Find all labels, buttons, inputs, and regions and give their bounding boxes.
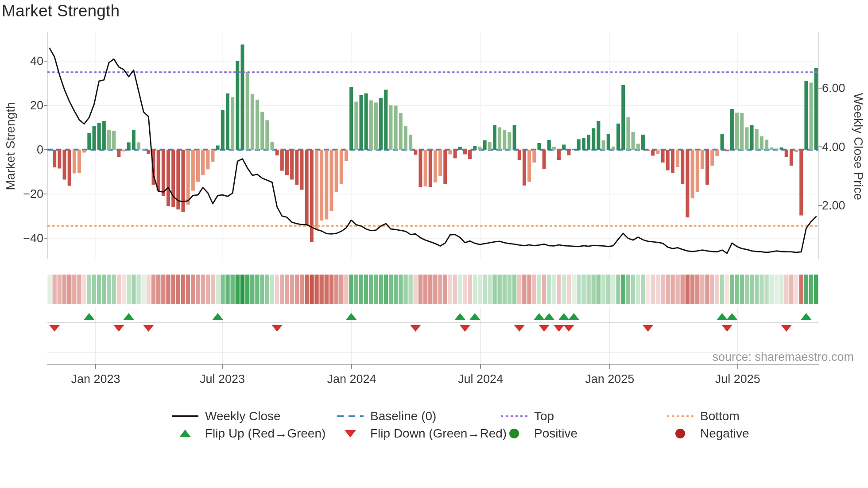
legend-label: Flip Up (Red→Green) — [205, 426, 326, 441]
market-strength-dashboard: Market Strength 40200−20−40 6.004.002.00… — [0, 0, 868, 488]
right-axis-tick-label: 6.00 — [822, 81, 845, 95]
legend-label: Negative — [700, 426, 749, 441]
right-axis-title: Weekly Close Price — [851, 93, 865, 200]
circle-icon — [666, 428, 694, 439]
legend-item-weekly-close: Weekly Close — [171, 408, 281, 424]
triangle-down-icon — [337, 428, 364, 439]
dots-icon — [500, 411, 528, 422]
legend-item-baseline-0: Baseline (0) — [337, 408, 436, 424]
source-credit: source: sharemaestro.com — [712, 350, 854, 364]
legend-label: Top — [534, 409, 554, 423]
triangle-up-icon — [171, 428, 199, 439]
x-axis-tick-label: Jan 2024 — [316, 372, 387, 386]
circle-icon — [500, 428, 528, 439]
x-axis-tick-label: Jan 2025 — [574, 372, 645, 386]
line-icon — [171, 411, 199, 422]
legend-label: Baseline (0) — [370, 409, 436, 423]
right-axis-tick-label: 4.00 — [822, 140, 845, 154]
legend-label: Flip Down (Green→Red) — [370, 426, 507, 441]
x-axis-tick-label: Jan 2023 — [60, 372, 131, 386]
page-title: Market Strength — [2, 2, 120, 20]
dashes-icon — [337, 411, 364, 422]
legend-item-top: Top — [500, 408, 554, 424]
legend-item-positive: Positive — [500, 426, 577, 442]
legend-label: Bottom — [700, 409, 740, 423]
legend-label: Positive — [534, 426, 577, 441]
x-axis-tick-label: Jul 2024 — [445, 372, 516, 386]
legend-item-bottom: Bottom — [666, 408, 740, 424]
legend-item-flip-up-red-green: Flip Up (Red→Green) — [171, 426, 326, 442]
x-axis-tick-label: Jul 2023 — [187, 372, 258, 386]
right-axis-tick-label: 2.00 — [822, 198, 845, 213]
dots-icon — [666, 411, 694, 422]
legend-label: Weekly Close — [205, 409, 281, 423]
left-axis-title: Market Strength — [4, 102, 18, 190]
legend-item-negative: Negative — [666, 426, 749, 442]
legend-item-flip-down-green-red: Flip Down (Green→Red) — [337, 426, 507, 442]
x-axis-tick-label: Jul 2025 — [702, 372, 773, 386]
left-axis-tick-label: 40 — [4, 54, 43, 68]
left-axis-tick-label: −40 — [4, 231, 43, 245]
